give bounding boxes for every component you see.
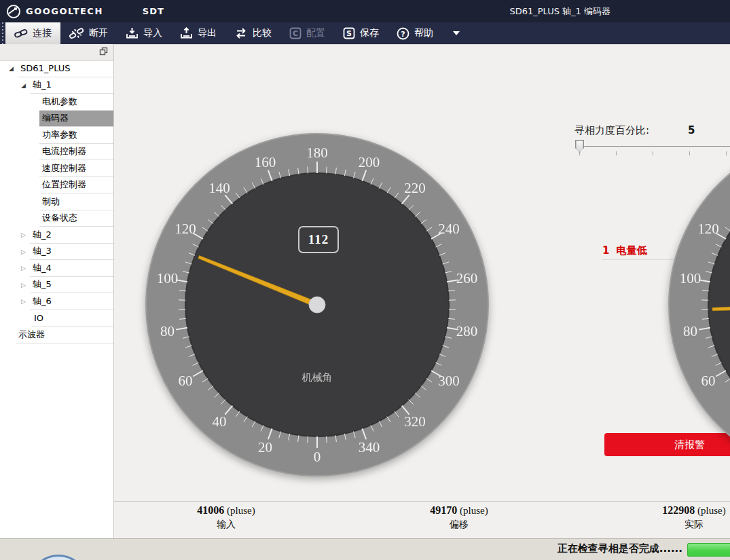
gauge-title: 机械角: [302, 371, 333, 384]
toolbar: 连接 断开 导入 导出 比较 C配置 S保存 ?帮助: [0, 22, 730, 44]
app-name: SDT: [143, 6, 164, 16]
tree-item-IO[interactable]: IO: [0, 310, 113, 327]
save-button[interactable]: S保存: [334, 22, 388, 44]
svg-text:100: 100: [680, 270, 701, 286]
tree-item-label: 轴_4: [30, 260, 113, 277]
tree-item-label: 轴_6: [30, 293, 113, 310]
tree-item-制动[interactable]: 制动: [0, 193, 113, 210]
application-window: GOOGOLTECH SDT SD61_PLUS 轴_1 编码器 连接 断开 导…: [0, 0, 730, 560]
expanded-arrow-icon[interactable]: ◢: [21, 82, 26, 89]
tray-arrow-up-icon: [180, 27, 193, 39]
letter-box-icon: C: [289, 27, 302, 39]
tree-item-label: 电流控制器: [39, 144, 113, 161]
compare-button[interactable]: 比较: [225, 22, 280, 44]
tree-item-轴_6[interactable]: ▷轴_6: [0, 293, 113, 310]
stat-label: 输入: [151, 519, 301, 531]
svg-text:0: 0: [314, 449, 321, 465]
svg-text:340: 340: [359, 439, 380, 455]
question-circle-icon: ?: [397, 27, 409, 40]
svg-text:60: 60: [701, 373, 716, 389]
stat-输入: 41006 (pluse)输入: [151, 504, 301, 531]
brand-text: GOOGOLTECH: [26, 6, 103, 16]
collapsed-arrow-icon[interactable]: ▷: [21, 248, 26, 255]
help-button[interactable]: ?帮助: [388, 22, 442, 44]
tree-item-轴_5[interactable]: ▷轴_5: [0, 277, 113, 294]
tree-item-编码器[interactable]: 编码器: [0, 111, 113, 128]
export-label: 导出: [198, 27, 217, 39]
mechanical-angle-gauge: 0204060801001201401601802002202402602803…: [141, 128, 494, 481]
svg-text:80: 80: [160, 323, 175, 339]
tree-item-示波器[interactable]: 示波器: [0, 326, 113, 343]
tree-item-label: 轴_5: [30, 277, 113, 294]
disconnect-label: 断开: [89, 27, 108, 39]
collapsed-arrow-icon[interactable]: ▷: [21, 265, 26, 272]
connect-button[interactable]: 连接: [5, 22, 60, 44]
collapsed-arrow-icon[interactable]: ▷: [21, 298, 26, 305]
connect-label: 连接: [33, 27, 52, 39]
svg-text:300: 300: [438, 373, 460, 389]
tree-item-label: IO: [31, 310, 113, 327]
config-button[interactable]: C配置: [280, 22, 334, 44]
tree-item-轴_1[interactable]: ◢轴_1: [0, 77, 113, 94]
stat-label: 实际: [619, 519, 730, 531]
tree-item-速度控制器[interactable]: 速度控制器: [0, 160, 113, 177]
collapsed-arrow-icon[interactable]: ▷: [21, 282, 26, 288]
svg-text:100: 100: [157, 270, 179, 286]
tree-item-轴_4[interactable]: ▷轴_4: [0, 260, 113, 277]
toolbar-overflow-caret-icon[interactable]: [453, 31, 460, 35]
alarm-index: 1: [602, 244, 609, 257]
tree-item-label: 编码器: [39, 111, 113, 128]
tree-item-label: 示波器: [16, 326, 113, 343]
svg-text:240: 240: [438, 221, 460, 237]
disconnect-button[interactable]: 断开: [60, 22, 117, 44]
sidebar-header: [0, 44, 113, 61]
tree-item-轴_2[interactable]: ▷轴_2: [0, 227, 113, 244]
toolbar-grip[interactable]: [0, 22, 5, 44]
svg-text:220: 220: [404, 180, 426, 196]
save-label: 保存: [360, 27, 379, 39]
svg-text:200: 200: [359, 154, 380, 170]
import-button[interactable]: 导入: [117, 22, 171, 44]
slider-tick: [579, 151, 580, 155]
tree-item-label: 速度控制器: [39, 160, 113, 177]
status-bar: 正在检查寻相是否完成......: [0, 538, 730, 560]
export-button[interactable]: 导出: [171, 22, 225, 44]
phase-force-label: 寻相力度百分比:: [574, 124, 649, 137]
mechanical-angle-gauge: 0204060801001201401601802002202402602803…: [663, 128, 730, 481]
svg-text:?: ?: [401, 29, 405, 38]
tree-item-设备状态[interactable]: 设备状态: [0, 210, 113, 227]
tree-item-label: 制动: [39, 193, 113, 210]
tree-item-电机参数[interactable]: 电机参数: [0, 94, 113, 111]
device-tree: ◢SD61_PLUS◢轴_1电机参数编码器功率参数电流控制器速度控制器位置控制器…: [0, 60, 113, 538]
tree-item-SD61_PLUS[interactable]: ◢SD61_PLUS: [0, 60, 113, 77]
stat-value: 41006 (pluse): [151, 504, 301, 517]
tree-item-位置控制器[interactable]: 位置控制器: [0, 177, 113, 194]
swap-arrows-icon: [234, 27, 248, 39]
expanded-arrow-icon[interactable]: ◢: [9, 65, 14, 72]
letter-box-icon: S: [343, 27, 355, 39]
svg-text:320: 320: [404, 413, 426, 430]
tree-item-label: 轴_2: [30, 227, 113, 244]
tree-item-电流控制器[interactable]: 电流控制器: [0, 144, 113, 161]
tree-item-轴_3[interactable]: ▷轴_3: [0, 244, 113, 261]
svg-text:20: 20: [258, 439, 272, 455]
stat-实际: 122908 (pluse)实际: [619, 504, 730, 531]
tree-item-功率参数[interactable]: 功率参数: [0, 127, 113, 144]
alarm-message: 电量低: [616, 244, 646, 257]
svg-text:C: C: [293, 29, 298, 38]
svg-text:120: 120: [697, 221, 719, 237]
svg-text:60: 60: [179, 373, 193, 389]
svg-text:120: 120: [175, 221, 196, 237]
svg-text:S: S: [346, 29, 352, 38]
collapsed-arrow-icon[interactable]: ▷: [21, 231, 26, 238]
stat-value: 49170 (pluse): [384, 504, 534, 517]
chain-broken-icon: [69, 27, 84, 40]
svg-text:280: 280: [456, 323, 478, 339]
navigation-sidebar: ◢SD61_PLUS◢轴_1电机参数编码器功率参数电流控制器速度控制器位置控制器…: [0, 44, 114, 538]
float-panel-icon[interactable]: [99, 47, 108, 56]
titlebar-context: SD61_PLUS 轴_1 编码器: [509, 0, 610, 22]
svg-text:180: 180: [306, 145, 328, 161]
slider-tick: [653, 151, 653, 155]
tree-item-label: 轴_1: [30, 77, 113, 94]
tree-item-label: 设备状态: [39, 210, 113, 227]
